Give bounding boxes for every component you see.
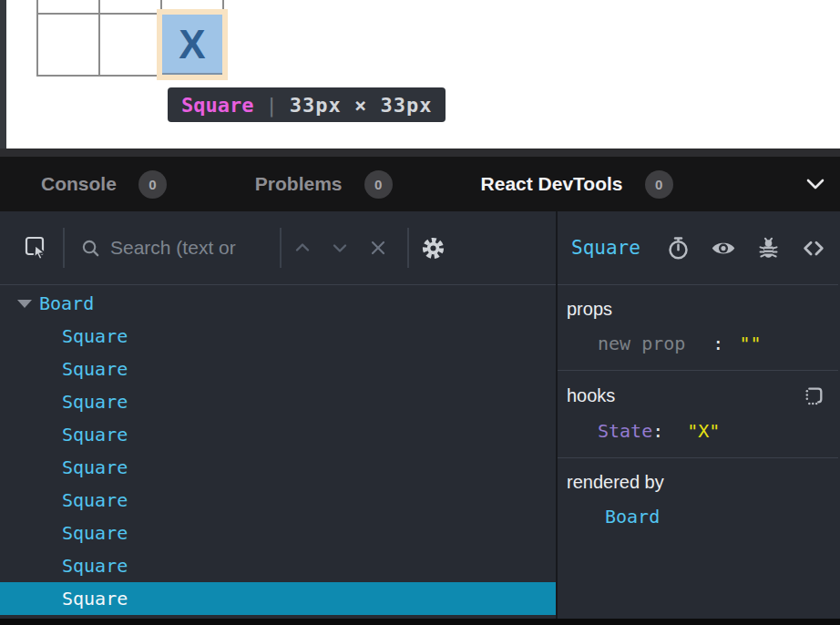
hook-state-row: State : "X" [567,420,825,442]
expand-triangle-icon[interactable] [17,300,32,308]
toolbar-divider [407,228,409,268]
tree-label: Square [62,358,128,380]
new-prop-key-input[interactable]: new prop [598,333,685,354]
tab-console-badge: 0 [138,170,167,199]
tree-label: Square [62,588,128,610]
components-tree: Board Square Square Square Square Square… [0,285,556,619]
tree-label: Square [62,325,128,347]
eye-inspect-dom-icon[interactable] [711,235,736,261]
inspected-page: X Square | 33px × 33px [0,0,840,149]
hook-value-input[interactable]: "X" [687,420,720,442]
tree-label: Square [62,522,128,544]
tree-row-square-selected[interactable]: Square [0,582,556,615]
new-prop-row: new prop : "" [567,333,825,354]
tree-label: Square [62,424,128,446]
tree-row-board[interactable]: Board [0,287,556,320]
rendered-by-title: rendered by [567,472,664,493]
tab-react-devtools-label: React DevTools [481,173,623,195]
board-square[interactable] [38,15,98,75]
search-icon [80,238,101,259]
rendered-by-section: rendered by Board [558,458,838,619]
components-toolbar [0,211,556,285]
tooltip-component-name: Square [181,94,253,117]
window-edge [0,0,6,149]
chevron-up-icon[interactable] [292,237,313,259]
tree-row-square[interactable]: Square [0,517,556,549]
tab-react-devtools[interactable]: React DevTools 0 [481,170,673,199]
inspector-actions [666,235,826,261]
tree-row-square[interactable]: Square [0,549,556,582]
devtools-tabbar: Console 0 Problems 0 React DevTools 0 [0,157,840,211]
toolbar-divider [280,228,282,268]
tree-label: Square [62,555,128,577]
react-devtools-panel: Board Square Square Square Square Square… [0,211,840,619]
prop-colon: : [712,333,723,354]
toolbar-divider [63,228,65,268]
search-input[interactable] [110,237,274,259]
chevron-down-icon[interactable] [329,237,351,259]
tree-row-square[interactable]: Square [0,353,556,385]
hook-colon: : [652,420,663,442]
tooltip-dimensions: 33px × 33px [290,94,433,117]
component-inspector-pane: Square [558,211,838,619]
tree-label: Square [62,489,128,511]
hooks-section: hooks State [558,371,838,458]
tree-row-square[interactable]: Square [0,385,556,418]
board-square[interactable] [38,0,98,13]
selected-component-name: Square [571,237,640,259]
tab-console-label: Console [41,173,117,195]
tab-problems-badge: 0 [364,170,393,199]
settings-gear-icon[interactable] [421,236,446,261]
tab-react-devtools-badge: 0 [645,170,673,199]
inspect-element-icon[interactable] [24,235,49,261]
rendered-by-row: Board [567,506,825,528]
board-square[interactable] [100,0,160,13]
tree-row-square[interactable]: Square [0,320,556,353]
inspect-highlight-content[interactable]: X [162,15,222,75]
tab-problems-label: Problems [255,173,343,195]
inspect-overlay-tooltip: Square | 33px × 33px [168,87,446,122]
rendered-by-link[interactable]: Board [605,506,660,528]
stopwatch-suspend-icon[interactable] [666,236,691,261]
board-square[interactable] [100,15,160,75]
tab-problems[interactable]: Problems 0 [255,170,393,199]
new-prop-value-input[interactable]: "" [739,333,761,354]
devtools-top-divider[interactable] [0,149,840,157]
bug-debug-icon[interactable] [756,236,781,261]
panel-collapse-chevron-icon[interactable] [802,170,829,198]
components-tree-pane: Board Square Square Square Square Square… [0,211,558,619]
tree-label: Board [39,292,94,314]
hooks-section-title: hooks [567,385,615,406]
screen: X Square | 33px × 33px Console 0 Problem… [0,0,840,625]
tooltip-separator: | [265,94,277,117]
hook-name: State [598,420,652,442]
tree-label: Square [62,391,128,413]
props-section: props new prop : "" [558,285,838,371]
props-section-title: props [567,299,612,320]
board-square-x-value: X [179,25,205,65]
clear-search-icon[interactable] [367,237,389,259]
tree-label: Square [62,456,128,478]
window-bottom-edge [0,619,840,625]
tree-row-square[interactable]: Square [0,484,556,517]
view-source-code-icon[interactable] [801,235,826,261]
tree-row-square[interactable]: Square [0,451,556,484]
parse-hooks-icon[interactable] [803,384,825,407]
inspector-header: Square [558,211,838,285]
tree-row-square[interactable]: Square [0,418,556,451]
tab-console[interactable]: Console 0 [41,170,167,199]
